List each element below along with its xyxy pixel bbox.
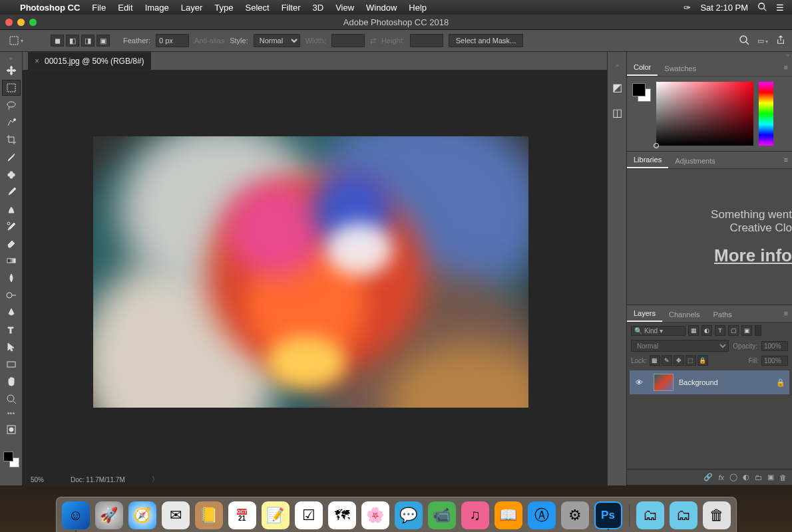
dodge-tool[interactable]: [2, 287, 21, 303]
dock-system-preferences[interactable]: ⚙: [561, 501, 589, 529]
dock-maps[interactable]: 🗺: [328, 501, 356, 529]
tab-swatches[interactable]: Swatches: [658, 61, 703, 76]
dock-mail[interactable]: ✉: [162, 501, 190, 529]
libraries-more-info-link[interactable]: More info: [714, 245, 792, 266]
move-tool[interactable]: [2, 63, 21, 78]
layer-lock-icon[interactable]: 🔒: [776, 378, 785, 387]
window-close-button[interactable]: [5, 19, 13, 26]
intersect-selection-button[interactable]: ▣: [97, 35, 110, 47]
menu-help[interactable]: Help: [409, 3, 427, 13]
menu-image[interactable]: Image: [145, 3, 169, 13]
lock-pixels-icon[interactable]: ✎: [662, 355, 672, 366]
layer-filter-kind[interactable]: 🔍 Kind ▾: [631, 326, 686, 336]
zoom-level[interactable]: 50%: [31, 476, 44, 483]
menubar-datetime[interactable]: Sat 2:10 PM: [700, 3, 748, 13]
collapse-grip-right[interactable]: »: [616, 63, 618, 68]
menu-file[interactable]: File: [92, 3, 106, 13]
dock-facetime[interactable]: 📹: [428, 501, 456, 529]
window-zoom-button[interactable]: [29, 19, 37, 26]
filter-pixel-icon[interactable]: ▦: [688, 325, 699, 336]
rectangle-tool[interactable]: [2, 356, 21, 372]
tab-channels[interactable]: Channels: [662, 307, 706, 322]
dock-folder-2[interactable]: 🗂: [670, 501, 697, 529]
layers-panel-menu-icon[interactable]: ≡: [784, 309, 788, 317]
collapse-grip-panels[interactable]: »: [627, 52, 792, 59]
edit-toolbar-icon[interactable]: •••: [7, 409, 15, 417]
tab-libraries[interactable]: Libraries: [627, 152, 668, 168]
dock-itunes[interactable]: ♫: [461, 501, 489, 529]
dock-safari[interactable]: 🧭: [128, 501, 156, 529]
pen-tool[interactable]: [2, 305, 21, 321]
eraser-tool[interactable]: [2, 235, 21, 251]
blur-tool[interactable]: [2, 270, 21, 286]
tab-layers[interactable]: Layers: [627, 305, 662, 322]
menu-window[interactable]: Window: [366, 3, 397, 13]
canvas-viewport[interactable]: [23, 70, 599, 473]
filter-smart-icon[interactable]: ▣: [741, 325, 752, 336]
menu-icon[interactable]: ☰: [776, 3, 784, 13]
feather-input[interactable]: [156, 34, 189, 47]
menu-select[interactable]: Select: [245, 3, 269, 13]
fill-value[interactable]: 100%: [761, 356, 788, 366]
dock-calendar[interactable]: OCT21: [228, 501, 256, 529]
healing-brush-tool[interactable]: [2, 166, 21, 182]
zoom-tool[interactable]: [2, 391, 21, 407]
share-icon[interactable]: [776, 35, 785, 46]
color-panel-menu-icon[interactable]: ≡: [784, 63, 788, 71]
dock-appstore[interactable]: Ⓐ: [528, 501, 556, 529]
spotlight-icon[interactable]: [757, 2, 767, 13]
history-panel-icon[interactable]: ◩: [610, 80, 624, 94]
dock-reminders[interactable]: ☑: [295, 501, 323, 529]
lasso-tool[interactable]: [2, 97, 21, 113]
hue-slider[interactable]: [759, 82, 773, 146]
color-swatch-pair[interactable]: [632, 83, 651, 102]
dock-launchpad[interactable]: 🚀: [95, 501, 123, 529]
saturation-picker[interactable]: [656, 82, 753, 146]
gradient-tool[interactable]: [2, 253, 21, 269]
dock-finder[interactable]: ☺: [62, 501, 90, 529]
layer-thumbnail[interactable]: [654, 374, 674, 391]
document-tab[interactable]: × 00015.jpg @ 50% (RGB/8#): [28, 52, 151, 70]
doc-info[interactable]: Doc: 11.7M/11.7M: [71, 476, 125, 483]
layer-item-background[interactable]: 👁 Background 🔒: [630, 370, 789, 394]
properties-panel-icon[interactable]: ◫: [610, 106, 624, 119]
menu-type[interactable]: Type: [214, 3, 233, 13]
lock-transparency-icon[interactable]: ▩: [650, 355, 660, 366]
filter-adjust-icon[interactable]: ◐: [701, 325, 712, 336]
foreground-background-colors[interactable]: [3, 452, 19, 467]
new-layer-icon[interactable]: ▣: [767, 473, 774, 481]
dock-messages[interactable]: 💬: [395, 501, 423, 529]
quick-mask-toggle[interactable]: [2, 422, 21, 438]
menu-view[interactable]: View: [335, 3, 354, 13]
image-canvas[interactable]: [93, 136, 528, 408]
marquee-tool[interactable]: [2, 80, 21, 96]
filter-type-icon[interactable]: T: [715, 325, 725, 336]
search-icon[interactable]: [739, 35, 749, 47]
notification-icon[interactable]: ✑: [684, 3, 691, 13]
select-and-mask-button[interactable]: Select and Mask...: [449, 34, 524, 47]
dock-ibooks[interactable]: 📖: [495, 501, 522, 529]
layer-mask-icon[interactable]: ◯: [729, 473, 737, 481]
style-select[interactable]: Normal: [254, 34, 300, 47]
filter-toggle[interactable]: [755, 325, 761, 336]
hand-tool[interactable]: [2, 374, 21, 390]
menu-filter[interactable]: Filter: [282, 3, 301, 13]
type-tool[interactable]: T: [2, 322, 21, 338]
quick-selection-tool[interactable]: [2, 114, 21, 130]
layer-fx-icon[interactable]: fx: [718, 473, 724, 481]
brush-tool[interactable]: [2, 184, 21, 200]
dock-folder-1[interactable]: 🗂: [636, 501, 664, 529]
blend-mode-select[interactable]: Normal: [631, 340, 729, 352]
libraries-panel-menu-icon[interactable]: ≡: [784, 156, 788, 164]
crop-tool[interactable]: [2, 132, 21, 148]
clone-stamp-tool[interactable]: [2, 201, 21, 217]
link-layers-icon[interactable]: 🔗: [703, 473, 713, 481]
layer-visibility-icon[interactable]: 👁: [634, 378, 644, 386]
collapse-grip[interactable]: »: [9, 56, 12, 62]
new-selection-button[interactable]: ◼: [51, 35, 64, 47]
status-flyout-icon[interactable]: 〉: [152, 475, 158, 484]
eyedropper-tool[interactable]: [2, 149, 21, 165]
dock-notes[interactable]: 📝: [262, 501, 290, 529]
path-selection-tool[interactable]: [2, 339, 21, 355]
app-menu[interactable]: Photoshop CC: [20, 3, 80, 13]
